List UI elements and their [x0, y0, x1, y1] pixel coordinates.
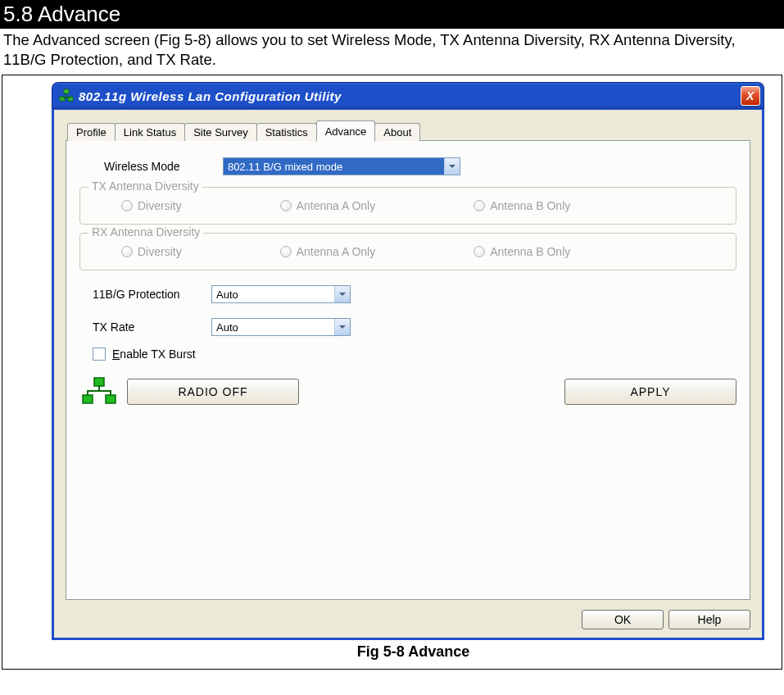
txrate-value: Auto [212, 319, 334, 335]
rx-antenna-a-label: Antenna A Only [297, 245, 376, 258]
tx-diversity-radio: Diversity [121, 199, 182, 212]
wireless-mode-dropdown[interactable]: 802.11 B/G mixed mode [223, 157, 460, 175]
tab-statistics[interactable]: Statistics [256, 123, 317, 141]
chevron-down-icon [444, 158, 460, 175]
app-icon [59, 89, 74, 103]
chevron-down-icon [334, 319, 350, 335]
svg-rect-5 [106, 395, 116, 403]
window-client-area: Profile Link Status Site Survey Statisti… [52, 109, 764, 640]
dialog-footer: OK Help [66, 610, 750, 629]
radio-icon [280, 200, 292, 211]
chevron-down-icon [334, 286, 350, 302]
rx-antenna-group: RX Antenna Diversity Diversity Antenna A… [79, 233, 736, 270]
section-heading: 5.8 Advance [0, 0, 784, 29]
rx-antenna-b-radio: Antenna B Only [474, 245, 570, 258]
radio-icon [121, 246, 133, 257]
advance-panel: Wireless Mode 802.11 B/G mixed mode TX A… [66, 141, 750, 600]
tab-about[interactable]: About [374, 123, 420, 141]
protection-dropdown[interactable]: Auto [211, 285, 351, 303]
rx-antenna-a-radio: Antenna A Only [280, 245, 376, 258]
enable-tx-burst-label: Enable TX Burst [112, 348, 196, 361]
svg-rect-0 [64, 89, 69, 93]
checkbox-icon [93, 348, 106, 361]
tab-advance[interactable]: Advance [316, 120, 376, 142]
tx-antenna-group: TX Antenna Diversity Diversity Antenna A… [79, 187, 736, 225]
tx-antenna-legend: TX Antenna Diversity [88, 179, 202, 193]
radio-icon [280, 246, 292, 257]
wireless-mode-label: Wireless Mode [104, 160, 223, 173]
title-bar: 802.11g Wireless Lan Configuration Utili… [52, 82, 764, 109]
tab-strip: Profile Link Status Site Survey Statisti… [66, 120, 750, 141]
close-icon: X [746, 89, 755, 102]
radio-icon [474, 246, 485, 257]
section-description: The Advanced screen (Fig 5-8) allows you… [0, 29, 784, 75]
protection-label: 11B/G Protection [93, 288, 211, 301]
ok-button[interactable]: OK [582, 610, 664, 629]
txrate-label: TX Rate [93, 320, 211, 334]
tx-antenna-b-label: Antenna B Only [490, 199, 570, 212]
txrate-dropdown[interactable]: Auto [211, 318, 351, 336]
window-title: 802.11g Wireless Lan Configuration Utili… [79, 89, 741, 103]
wireless-mode-value: 802.11 B/G mixed mode [224, 158, 444, 175]
rx-antenna-b-label: Antenna B Only [490, 245, 570, 258]
tx-antenna-a-radio: Antenna A Only [280, 199, 376, 212]
figure-container: 802.11g Wireless Lan Configuration Utili… [2, 75, 782, 670]
rx-diversity-radio: Diversity [121, 245, 182, 258]
radio-icon [474, 200, 485, 211]
figure-caption: Fig 5-8 Advance [52, 640, 775, 665]
close-button[interactable]: X [741, 86, 760, 106]
tab-site-survey[interactable]: Site Survey [184, 123, 256, 141]
enable-tx-burst-checkbox[interactable]: Enable TX Burst [93, 348, 736, 361]
radio-icon [121, 200, 133, 211]
tx-antenna-b-radio: Antenna B Only [474, 199, 570, 212]
protection-value: Auto [212, 286, 334, 302]
rx-diversity-label: Diversity [138, 245, 182, 258]
app-window: 802.11g Wireless Lan Configuration Utili… [52, 82, 764, 640]
tab-link-status[interactable]: Link Status [115, 123, 185, 141]
rx-antenna-legend: RX Antenna Diversity [88, 225, 203, 238]
tx-diversity-label: Diversity [138, 199, 182, 212]
svg-rect-4 [83, 395, 93, 403]
apply-button[interactable]: APPLY [564, 379, 736, 405]
help-button[interactable]: Help [668, 610, 750, 629]
radio-off-button[interactable]: RADIO OFF [127, 379, 299, 405]
tab-profile[interactable]: Profile [67, 123, 116, 141]
svg-rect-3 [94, 378, 104, 386]
network-status-icon [79, 375, 119, 408]
tx-antenna-a-label: Antenna A Only [297, 199, 376, 212]
